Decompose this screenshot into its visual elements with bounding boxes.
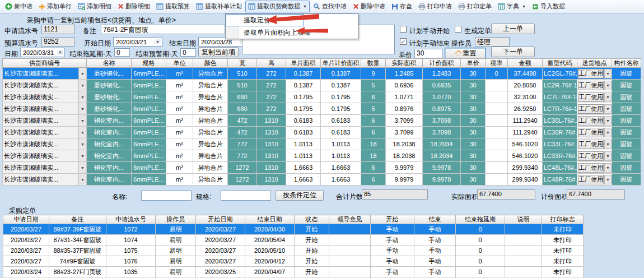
table-row[interactable]: 2020/03/2788#35-37F窗固玻1075易明2020/03/2720… xyxy=(3,245,584,256)
table-row[interactable]: 长沙市潇湘玻璃实...▼钢化室内...6mmPLE...m²异地合片772131… xyxy=(3,150,641,162)
table-cell[interactable]: 1272 xyxy=(228,162,257,174)
table-cell[interactable]: 1.6663 xyxy=(286,162,321,174)
table-cell[interactable]: 0.6183 xyxy=(321,127,361,138)
import-data-button[interactable]: 导入数据 xyxy=(529,1,568,12)
table-cell[interactable]: 2020/03/27 xyxy=(196,235,245,245)
table-cell[interactable]: 0.6183 xyxy=(286,127,321,138)
column-header[interactable]: 单片面积 xyxy=(286,59,321,68)
table-cell[interactable]: 272 xyxy=(257,68,286,80)
table-cell[interactable]: 0.6936 xyxy=(386,80,423,91)
chevron-down-icon[interactable]: ▼ xyxy=(78,91,86,103)
table-cell[interactable]: 0 xyxy=(456,256,505,267)
table-cell[interactable]: 299.9340 xyxy=(508,162,543,174)
table-cell[interactable]: 固玻 xyxy=(612,80,641,91)
table-cell[interactable]: 30 xyxy=(461,103,486,115)
table-cell[interactable]: 30 xyxy=(461,138,486,150)
table-cell[interactable]: 1035 xyxy=(106,267,156,277)
table-row[interactable]: 2020/03/2789#37-39F窗固玻1072易明2020/03/2720… xyxy=(3,224,584,235)
chevron-down-icon[interactable]: ▼ xyxy=(604,140,612,149)
table-row[interactable]: 长沙市潇湘玻璃实...▼钢化室内...6mmPLE...m²异地合片127213… xyxy=(3,174,641,186)
table-cell[interactable]: 6mmPLE... xyxy=(132,138,166,150)
column-header[interactable]: 颜色 xyxy=(193,59,228,68)
table-cell[interactable]: 异地合片 xyxy=(193,91,228,103)
chevron-down-icon[interactable]: ▼ xyxy=(604,128,612,137)
table-cell[interactable]: 0.1795 xyxy=(321,91,361,103)
table-cell[interactable]: 开始 xyxy=(295,245,329,256)
table-cell[interactable]: 固玻 xyxy=(612,68,641,80)
table-cell[interactable]: 易明 xyxy=(156,256,196,267)
table-cell[interactable]: 3.7098 xyxy=(423,127,461,138)
table-cell[interactable]: 2020/05/10 xyxy=(245,245,295,256)
table-cell[interactable]: 6 xyxy=(361,127,386,138)
chevron-down-icon[interactable]: ▼ xyxy=(604,163,612,173)
table-cell[interactable]: 87#31-34F窗固玻 xyxy=(49,235,106,245)
delivery-location-combo[interactable]: 工厂使用▼ xyxy=(577,103,612,115)
chevron-down-icon[interactable]: ▼ xyxy=(78,127,86,138)
table-cell[interactable]: 0 xyxy=(456,245,505,256)
table-cell[interactable]: LC30L-76#... xyxy=(543,115,577,127)
locate-by-condition-button[interactable]: 按条件定位 xyxy=(276,190,324,201)
delivery-location-combo[interactable]: 工厂使用▼ xyxy=(577,68,612,80)
table-cell[interactable]: 660 xyxy=(228,103,257,115)
table-cell[interactable]: 固玻 xyxy=(612,103,641,115)
table-cell[interactable]: 6mmPLE... xyxy=(132,115,166,127)
table-cell[interactable]: 30 xyxy=(461,162,486,174)
add-detail-button[interactable]: 添加明细 xyxy=(75,1,114,12)
column-header[interactable]: 名称 xyxy=(87,59,132,68)
table-cell[interactable]: 钢化室内... xyxy=(87,150,132,162)
menu-item-extract-area-roundup[interactable]: 提取单片面积向上取整 xyxy=(226,26,358,39)
delivery-location-combo[interactable]: 工厂使用▼ xyxy=(577,138,612,150)
column-header[interactable]: 实际面积 xyxy=(386,59,423,68)
table-cell[interactable] xyxy=(486,150,508,162)
plan-manual-start-checkbox[interactable] xyxy=(400,26,407,33)
delivery-location-combo[interactable]: 工厂使用▼ xyxy=(577,150,612,162)
table-cell[interactable]: 18.2038 xyxy=(386,150,423,162)
table-cell[interactable]: 1.6663 xyxy=(286,174,321,186)
extract-supplement-plan-button[interactable]: 提取补单计划 xyxy=(193,1,245,12)
chevron-down-icon[interactable]: ▼ xyxy=(78,162,86,173)
end-delay-field[interactable]: 0 xyxy=(114,48,130,57)
table-cell[interactable]: 272 xyxy=(257,103,286,115)
table-cell[interactable]: 固玻 xyxy=(612,138,641,150)
column-header[interactable]: 税率 xyxy=(486,59,508,68)
column-header[interactable]: 单价 xyxy=(461,59,486,68)
table-cell[interactable]: 510 xyxy=(228,80,257,91)
table-cell[interactable]: 异地合片 xyxy=(193,103,228,115)
chevron-down-icon[interactable]: ▼ xyxy=(604,151,612,161)
column-header[interactable]: 开始 xyxy=(371,215,414,224)
table-row[interactable]: 2020/03/2774#9F窗固玻1076易明2020/03/272020/0… xyxy=(3,256,584,267)
supplier-combo[interactable]: 长沙市潇湘玻璃实...▼ xyxy=(3,115,87,127)
table-cell[interactable]: 开始 xyxy=(295,235,329,245)
delivery-location-combo[interactable]: 工厂使用▼ xyxy=(577,115,612,127)
chevron-down-icon[interactable]: ▼ xyxy=(604,104,612,114)
table-cell[interactable]: 1.0113 xyxy=(321,138,361,150)
table-cell[interactable]: 异地合片 xyxy=(193,80,228,91)
supplier-combo[interactable]: 长沙市潇湘玻璃实...▼ xyxy=(3,150,87,162)
table-cell[interactable]: 1310 xyxy=(257,174,286,186)
table-cell[interactable]: 6 xyxy=(361,115,386,127)
table-cell[interactable]: 开始 xyxy=(295,224,329,235)
supplier-combo[interactable]: 长沙市潇湘玻璃实...▼ xyxy=(3,162,87,174)
table-cell[interactable]: 钢化室内... xyxy=(87,127,132,138)
table-cell[interactable]: 异地合片 xyxy=(193,68,228,80)
table-cell[interactable]: 异地合片 xyxy=(193,138,228,150)
table-cell[interactable]: 2020/03/27 xyxy=(196,256,245,267)
column-header[interactable]: 高 xyxy=(257,59,286,68)
apply-no-field[interactable]: 1121 xyxy=(41,25,75,34)
table-cell[interactable]: m² xyxy=(166,80,193,91)
table-cell[interactable]: 1310 xyxy=(257,138,286,150)
table-cell[interactable]: m² xyxy=(166,91,193,103)
table-cell[interactable]: 9.9979 xyxy=(386,174,423,186)
table-cell[interactable]: 易明 xyxy=(156,235,196,245)
delivery-location-combo[interactable]: 工厂使用▼ xyxy=(577,127,612,138)
table-cell[interactable]: 钢化室内... xyxy=(87,115,132,127)
table-cell[interactable]: m² xyxy=(166,68,193,80)
table-cell[interactable]: 2020/04/30 xyxy=(245,224,295,235)
table-cell[interactable]: 固玻 xyxy=(612,174,641,186)
table-cell[interactable]: 固玻 xyxy=(612,91,641,103)
column-header[interactable]: 单位 xyxy=(166,59,193,68)
table-cell[interactable]: 6mmPLE... xyxy=(132,80,166,91)
table-cell[interactable]: 272 xyxy=(257,80,286,91)
add-row-button[interactable]: 添加单行 xyxy=(36,1,74,12)
table-cell[interactable] xyxy=(505,235,542,245)
